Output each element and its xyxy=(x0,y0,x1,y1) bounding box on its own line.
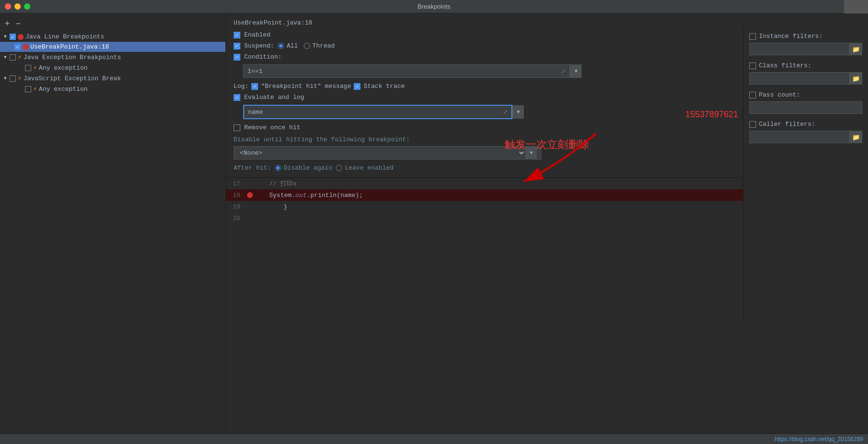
log-message-checkbox[interactable] xyxy=(251,83,258,90)
instance-filters-input[interactable] xyxy=(750,46,849,52)
breakpoint-dot-icon xyxy=(18,34,24,40)
code-line-20: 20 xyxy=(226,212,743,224)
code-text-17: // 打印x xyxy=(255,179,297,188)
enabled-checkbox[interactable] xyxy=(234,32,240,38)
checkbox-java-line[interactable] xyxy=(10,34,16,40)
instance-filters-section: Instance filters: 📁 xyxy=(749,33,862,55)
remove-once-checkbox[interactable] xyxy=(234,124,240,131)
code-text-18: System.out.println(name); xyxy=(255,192,363,199)
line-num-19: 19 xyxy=(226,203,245,210)
caller-filters-input-row: 📁 xyxy=(749,131,862,143)
eval-input-wrapper: ⤢ xyxy=(243,105,512,119)
minimize-button[interactable] xyxy=(14,3,21,10)
arrow-icon xyxy=(4,34,7,39)
code-area: 17 // 打印x 18 System.out.println(name); xyxy=(226,177,743,444)
suspend-all-label: All xyxy=(286,42,298,49)
thumbnail xyxy=(844,0,868,13)
enabled-label: Enabled xyxy=(244,31,271,38)
instance-filters-checkbox[interactable] xyxy=(749,33,756,40)
caller-filters-checkbox[interactable] xyxy=(749,121,756,128)
code-line-19: 19 } xyxy=(226,201,743,212)
code-name-var: name xyxy=(340,192,355,199)
arrow-js-exception-icon xyxy=(4,76,7,81)
log-stack-label: Stack trace xyxy=(363,83,405,90)
pass-count-input[interactable] xyxy=(750,104,862,111)
tree-item-java-line[interactable]: Java Line Breakpoints xyxy=(0,32,225,42)
lightning-java-exception-icon: ⚡ xyxy=(18,53,22,61)
lightning-any-exception-1-icon: ⚡ xyxy=(33,64,37,72)
usebreakpoint-label: UseBreakPoint.java:18 xyxy=(30,43,109,50)
class-filters-btn[interactable]: 📁 xyxy=(849,72,862,85)
pass-count-input-row xyxy=(749,101,862,114)
instance-filters-btn[interactable]: 📁 xyxy=(849,43,862,55)
caller-filters-label: Caller filters: xyxy=(759,121,815,128)
none-select[interactable]: <None> xyxy=(238,149,525,157)
suspend-all-option[interactable]: All xyxy=(278,42,298,49)
instance-filters-label-row: Instance filters: xyxy=(749,33,862,40)
breakpoint-dot-usebreakpoint-icon xyxy=(23,44,28,50)
lightning-js-exception-icon: ⚡ xyxy=(18,74,22,82)
suspend-thread-radio[interactable] xyxy=(304,43,310,49)
condition-checkbox[interactable] xyxy=(234,54,240,61)
right-panel: UseBreakPoint.java:18 Enabled Suspend: A… xyxy=(226,13,868,444)
class-filters-label-row: Class filters: xyxy=(749,62,862,69)
condition-dropdown-arrow[interactable]: ▼ xyxy=(570,64,582,78)
after-hit-leave-option[interactable]: Leave enabled xyxy=(336,164,393,172)
suspend-checkbox[interactable] xyxy=(234,43,240,49)
checkbox-any-exception-1[interactable] xyxy=(25,65,31,71)
maximize-button[interactable] xyxy=(24,3,30,10)
checkbox-java-exception[interactable] xyxy=(10,54,16,61)
tree-item-java-exception[interactable]: ⚡ Java Exception Breakpoints xyxy=(0,52,225,62)
eval-dropdown-arrow[interactable]: ▼ xyxy=(512,105,524,119)
class-filters-input[interactable] xyxy=(750,75,849,82)
tree-item-any-exception-2[interactable]: ⚡ Any exception xyxy=(0,84,225,94)
tree-item-usebreakpoint[interactable]: UseBreakPoint.java:18 xyxy=(0,42,225,52)
add-button[interactable]: + xyxy=(5,19,10,28)
caller-filters-btn[interactable]: 📁 xyxy=(849,131,862,143)
pass-count-checkbox[interactable] xyxy=(749,92,756,99)
close-button[interactable] xyxy=(5,3,11,10)
code-line-17: 17 // 打印x xyxy=(226,178,743,189)
checkbox-js-exception[interactable] xyxy=(10,75,16,82)
log-message-label: "Breakpoint hit" message xyxy=(261,83,351,90)
breakpoint-indicator xyxy=(247,192,253,198)
after-hit-disable-option[interactable]: Disable again xyxy=(275,164,332,172)
after-hit-disable-radio[interactable] xyxy=(275,165,281,171)
arrow-java-exception-icon xyxy=(4,55,7,60)
java-exception-label: Java Exception Breakpoints xyxy=(24,54,121,61)
remove-once-label: Remove once hit xyxy=(244,124,300,131)
after-hit-leave-radio[interactable] xyxy=(336,165,342,171)
line-num-18: 18 xyxy=(226,192,245,199)
suspend-thread-option[interactable]: Thread xyxy=(304,42,335,49)
bottom-link[interactable]: https://blog.csdn.net/qq_20156289 xyxy=(775,436,863,443)
evaluate-input[interactable] xyxy=(248,109,503,116)
code-system: System. xyxy=(269,192,296,199)
log-stack-checkbox[interactable] xyxy=(354,83,360,90)
instance-filters-label: Instance filters: xyxy=(759,33,823,40)
checkbox-usebreakpoint[interactable] xyxy=(14,44,21,50)
any-exception-1-label: Any exception xyxy=(39,64,87,72)
suspend-all-radio[interactable] xyxy=(278,43,284,49)
caller-filters-input[interactable] xyxy=(750,134,849,140)
expand-icon[interactable]: ⤢ xyxy=(561,68,566,74)
caller-filters-label-row: Caller filters: xyxy=(749,121,862,128)
window-title: Breakpoints xyxy=(418,3,451,10)
checkbox-any-exception-2[interactable] xyxy=(25,86,31,92)
sidebar: + − Java Line Breakpoints UseBreakPoint.… xyxy=(0,13,226,444)
class-filters-checkbox[interactable] xyxy=(749,62,756,69)
condition-input[interactable] xyxy=(248,68,561,75)
suspend-label: Suspend: xyxy=(244,42,274,49)
bottom-bar: https://blog.csdn.net/qq_20156289 xyxy=(0,433,868,444)
window-controls xyxy=(5,3,30,10)
java-line-label: Java Line Breakpoints xyxy=(25,33,104,40)
evaluate-checkbox[interactable] xyxy=(234,94,240,101)
tree-item-any-exception-1[interactable]: ⚡ Any exception xyxy=(0,62,225,73)
caller-filters-section: Caller filters: 📁 xyxy=(749,121,862,143)
none-select-arrow[interactable]: ▼ xyxy=(525,146,537,160)
class-filters-section: Class filters: 📁 xyxy=(749,62,862,85)
tree-item-js-exception[interactable]: ⚡ JavaScript Exception Break xyxy=(0,73,225,84)
any-exception-2-label: Any exception xyxy=(39,86,87,93)
eval-expand-icon[interactable]: ⤢ xyxy=(503,109,508,115)
remove-button[interactable]: − xyxy=(16,19,21,28)
filters-panel: Instance filters: 📁 Class filters: 📁 xyxy=(743,27,868,323)
